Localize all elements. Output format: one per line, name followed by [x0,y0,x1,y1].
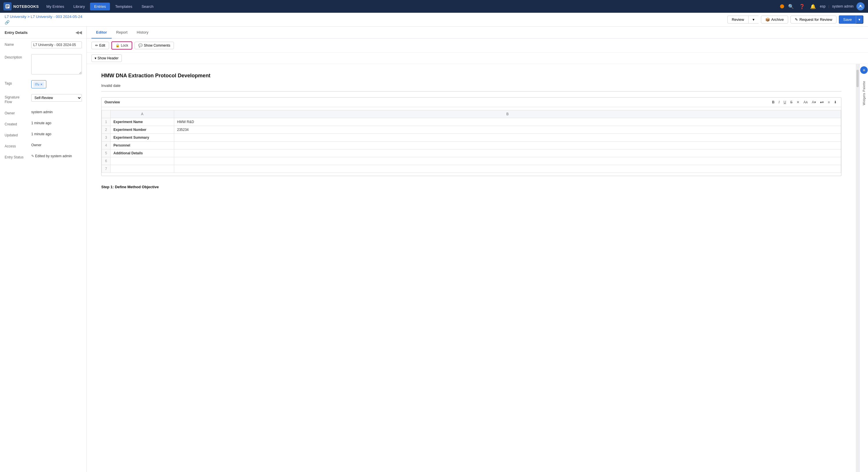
download-button[interactable]: ⬇ [832,99,838,105]
nav-my-entries[interactable]: My Entries [42,3,68,10]
cell-5-a[interactable]: Additional Details [111,149,174,157]
field-description: Description [0,51,87,77]
tags-container[interactable]: l7u ✕ [31,80,46,88]
app-logo[interactable]: NOTEBOOKS [3,2,39,10]
highlight-button[interactable]: ●▾ [818,99,825,105]
nav-right-section: 🔍 ❓ 🔔 esp | system admin [780,2,865,10]
underline-button[interactable]: U [782,99,787,105]
widgets-palette-icon-button[interactable]: ≡ [860,66,868,74]
search-icon-button[interactable]: 🔍 [787,3,795,10]
cell-1-b[interactable]: HMW R&D [174,118,841,126]
field-signature-flow: Signature Flow Self-Review [0,91,87,107]
strikethrough-button[interactable]: S [789,99,794,105]
tab-history[interactable]: History [132,27,153,38]
table-row: 1 Experiment Name HMW R&D [102,118,841,126]
lock-button[interactable]: 🔒 Lock [112,41,132,50]
scrollbar[interactable] [856,64,859,472]
nav-library[interactable]: Library [69,3,89,10]
show-header-button[interactable]: ▾ Show Header [91,54,122,62]
cell-4-a[interactable]: Personnel [111,142,174,149]
bold-button[interactable]: B [771,99,776,105]
row-num-4: 4 [102,142,111,149]
cell-3-a[interactable]: Experiment Summary [111,134,174,142]
cell-2-a[interactable]: Experiment Number [111,126,174,134]
table-row: 4 Personnel [102,142,841,149]
save-dropdown-button[interactable]: ▾ [856,16,863,24]
owner-label: Owner [5,110,28,115]
edit-button[interactable]: ✏ Edit [91,42,109,49]
show-comments-button[interactable]: 💬 Show Comments [134,42,174,49]
cell-6-a[interactable] [111,157,174,165]
cell-4-b[interactable] [174,142,841,149]
tag-remove-button[interactable]: ✕ [40,83,42,86]
user-avatar[interactable] [857,2,865,10]
table-row: 2 Experiment Number 235234 [102,126,841,134]
archive-button[interactable]: 📦 Archive [761,16,788,24]
access-label: Access [5,143,28,148]
editor-content: HMW DNA Extraction Protocol Development … [87,64,856,472]
created-value: 1 minute ago [31,121,82,125]
request-review-icon: ✎ [795,18,798,22]
top-navigation: NOTEBOOKS My Entries Library Entries Tem… [0,0,868,13]
show-header-chevron-icon: ▾ [95,56,96,60]
review-dropdown-button[interactable]: ▾ [748,16,758,24]
sidebar-collapse-button[interactable]: ◀◀ [75,30,82,35]
overview-table: A B 1 Experiment Name HMW R&D 2 [101,110,841,173]
save-chevron-icon: ▾ [859,18,861,22]
breadcrumb-parent[interactable]: L7 University [5,14,26,19]
cell-1-a[interactable]: Experiment Name [111,118,174,126]
table-col-a-header: A [111,110,174,118]
row-num-1: 1 [102,118,111,126]
content-area: Editor Report History ✏ Edit 🔒 Lock 💬 Sh… [87,27,868,472]
cell-3-b[interactable] [174,134,841,142]
align-button[interactable]: ≡ [826,99,831,105]
notifications-icon-button[interactable]: 🔔 [809,3,817,10]
save-button[interactable]: Save [839,16,856,24]
nav-templates[interactable]: Templates [111,3,136,10]
cell-6-b[interactable] [174,157,841,165]
user-name: system admin [832,4,854,8]
cell-2-b[interactable]: 235234 [174,126,841,134]
widgets-palette-label[interactable]: Widgets Palette [862,79,866,108]
font-size-button[interactable]: AA [802,99,809,105]
breadcrumb-bar: L7 University > L7 University - 003 2024… [0,13,868,27]
nav-entries[interactable]: Entries [90,3,110,10]
step1-heading: Step 1: Define Method Objective [101,185,841,189]
created-label: Created [5,121,28,126]
tabs-bar: Editor Report History [87,27,868,38]
description-label: Description [5,54,28,59]
description-input[interactable] [31,54,82,75]
signature-flow-label: Signature Flow [5,94,28,104]
breadcrumb-separator: > [28,14,30,19]
cell-7-a[interactable] [111,165,174,173]
link-icon[interactable]: 🔗 [5,20,82,25]
name-label: Name [5,41,28,47]
help-icon-button[interactable]: ❓ [798,3,806,10]
request-review-button[interactable]: ✎ Request for Review [790,16,836,24]
review-button[interactable]: Review [727,16,748,24]
entry-status-label: Entry Status [5,154,28,160]
review-btn-group: Review ▾ [727,16,758,24]
font-color-button[interactable]: A▾ [810,99,817,105]
sidebar-header: Entry Details ◀◀ [0,27,87,38]
breadcrumb-current: L7 University - 003 2024-05-24 [31,14,83,19]
tab-report[interactable]: Report [112,27,132,38]
field-owner: Owner system admin [0,107,87,118]
signature-flow-select[interactable]: Self-Review [31,94,82,101]
tab-editor[interactable]: Editor [91,27,112,38]
field-access: Access Owner [0,140,87,151]
status-indicator [780,4,784,8]
access-value: Owner [31,143,82,147]
edit-status-icon: ✎ [31,154,34,158]
lock-icon: 🔒 [116,43,120,48]
field-tags: Tags l7u ✕ [0,77,87,91]
comment-icon: 💬 [138,43,143,48]
app-name: NOTEBOOKS [13,4,39,9]
nav-search[interactable]: Search [137,3,157,10]
cell-5-b[interactable] [174,149,841,157]
archive-icon: 📦 [765,18,770,22]
cell-7-b[interactable] [174,165,841,173]
italic-button[interactable]: I [777,99,781,105]
name-input[interactable] [31,41,82,48]
strikethrough2-button[interactable]: ✕ [795,99,801,105]
